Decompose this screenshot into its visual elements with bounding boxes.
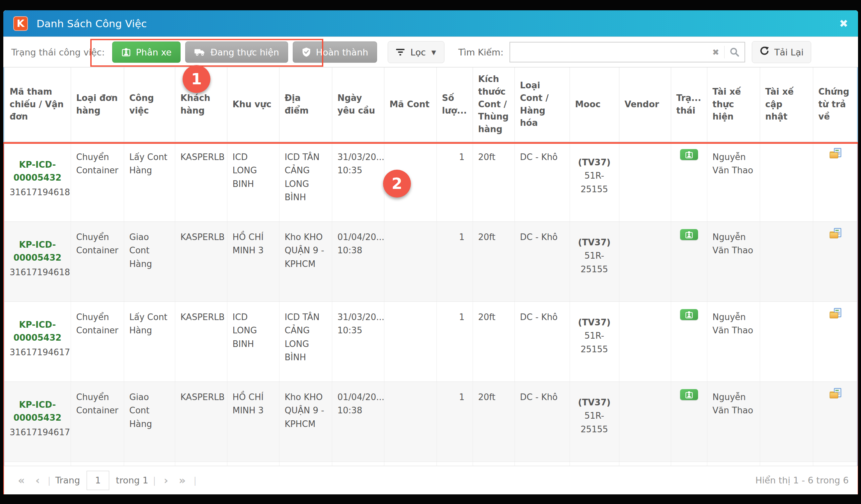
column-header-10[interactable]: Loại Cont / Hàng hóa — [515, 67, 570, 142]
search-input[interactable] — [510, 42, 707, 62]
cell-size: 20ft — [473, 382, 515, 462]
job-ref-link[interactable]: KP-ICD-00005432 — [10, 239, 65, 264]
clear-search-icon[interactable]: ✖ — [707, 47, 724, 57]
cell-date: 31/03/20...10:35 — [332, 302, 384, 382]
job-ref-link[interactable]: KP-ICD-00005432 — [10, 158, 65, 184]
column-header-0[interactable]: Mã tham chiếu / Vận đơn — [4, 67, 71, 142]
page-number-input[interactable] — [87, 471, 109, 490]
search-icon[interactable] — [725, 47, 744, 57]
column-header-6[interactable]: Ngày yêu cầu — [332, 67, 384, 142]
cell-vendor — [619, 302, 671, 382]
cell-driver_upd — [760, 142, 813, 222]
job-ref-link[interactable]: KP-ICD-00005432 — [10, 398, 65, 424]
cell-doc — [813, 382, 858, 462]
cell-date: 01/04/20...10:38 — [332, 382, 384, 462]
search-label: Tìm Kiếm: — [459, 47, 504, 57]
status-assigned-badge[interactable] — [680, 229, 698, 240]
next-page-icon[interactable]: › — [158, 475, 173, 486]
cell-cust: KASPERLB — [175, 142, 227, 222]
status-button-dang-thuc-hien[interactable]: Đang thực hiện — [185, 41, 288, 63]
status-button-label: Phân xe — [136, 47, 172, 57]
toolbar: Trạng thái công việc: Phân xe Đang thực … — [3, 37, 858, 67]
column-header-5[interactable]: Địa điểm — [279, 67, 332, 142]
cell-mooc: (TV37)51R-25155 — [570, 382, 619, 462]
column-header-11[interactable]: Mooc — [570, 67, 619, 142]
cell-driver_upd — [760, 222, 813, 302]
truck-icon — [194, 47, 205, 57]
column-header-13[interactable]: Trạ... thái — [671, 67, 707, 142]
cell-driver_upd — [760, 382, 813, 462]
page-label: Trang — [53, 475, 82, 486]
app-logo-letter: K — [17, 17, 24, 29]
column-header-4[interactable]: Khu vực — [227, 67, 279, 142]
cell-cont — [384, 222, 436, 302]
column-header-16[interactable]: Chứng từ trả về — [813, 67, 858, 142]
document-return-icon[interactable] — [829, 388, 843, 400]
document-return-icon[interactable] — [829, 148, 843, 160]
cell-date: 01/04/20...10:38 — [332, 222, 384, 302]
close-icon[interactable]: ✖ — [839, 18, 848, 29]
cell-loc: Kho KHO QUẬN 9 - KPHCM — [279, 382, 332, 462]
column-header-9[interactable]: Kích thước Cont / Thùng hàng — [473, 67, 515, 142]
cell-ref: KP-ICD-0000543231617194618 — [4, 142, 71, 222]
cell-type: DC - Khô — [515, 382, 570, 462]
cell-order: Chuyển Container — [71, 222, 124, 302]
column-header-2[interactable]: Công việc — [124, 67, 175, 142]
cell-status — [671, 222, 707, 302]
search-box: ✖ — [509, 42, 745, 63]
prev-page-icon[interactable]: ‹ — [30, 475, 45, 486]
cell-qty: 1 — [436, 302, 473, 382]
filter-icon — [396, 49, 405, 55]
status-assigned-badge[interactable] — [680, 309, 698, 320]
last-page-icon[interactable]: » — [174, 475, 191, 486]
column-header-15[interactable]: Tài xế cập nhật — [760, 67, 813, 142]
reload-button[interactable]: Tải Lại — [752, 41, 811, 63]
status-assigned-badge[interactable] — [680, 389, 698, 400]
column-header-8[interactable]: Số lượ... — [436, 67, 473, 142]
pagination-divider: | — [45, 475, 53, 486]
cell-type: DC - Khô — [515, 142, 570, 222]
cell-cust: KASPERLB — [175, 222, 227, 302]
cell-order: Chuyển Container — [71, 302, 124, 382]
table-row: KP-ICD-0000543231617194617Chuyển Contain… — [4, 302, 858, 382]
cell-qty: 1 — [436, 382, 473, 462]
display-range-info: Hiển thị 1 - 6 trong 6 — [755, 475, 849, 486]
filter-button[interactable]: Lọc ▼ — [388, 41, 444, 63]
status-assigned-badge[interactable] — [680, 149, 698, 160]
column-header-14[interactable]: Tài xế thực hiện — [707, 67, 760, 142]
cell-loc: ICD TÂN CẢNG LONG BÌNH — [279, 142, 332, 222]
document-return-icon[interactable] — [829, 308, 843, 320]
document-return-icon[interactable] — [829, 228, 843, 240]
cell-mooc: (TV37)51R-25155 — [570, 302, 619, 382]
status-button-group: Phân xe Đang thực hiện Hoàn thành — [112, 41, 378, 63]
pagination-bar: « ‹ | Trang trong 1 | › » | Hiển thị 1 -… — [3, 466, 858, 494]
shield-check-icon — [302, 47, 311, 57]
status-button-label: Đang thực hiện — [210, 47, 279, 57]
ref-sub-number: 31617194617 — [10, 346, 65, 359]
cell-cont — [384, 382, 436, 462]
cell-driver: Nguyễn Văn Thao — [707, 382, 760, 462]
column-header-3[interactable]: Khách hàng — [175, 67, 227, 142]
status-button-label: Hoàn thành — [316, 47, 368, 57]
cell-cust: KASPERLB — [175, 382, 227, 462]
cell-doc — [813, 222, 858, 302]
cell-status — [671, 382, 707, 462]
status-button-phan-xe[interactable]: Phân xe — [112, 41, 180, 63]
column-header-1[interactable]: Loại đơn hàng — [71, 67, 124, 142]
cell-vendor — [619, 382, 671, 462]
modal-title-bar: K Danh Sách Công Việc ✖ — [3, 10, 858, 37]
cell-ref: KP-ICD-0000543231617194617 — [4, 382, 71, 462]
column-header-7[interactable]: Mã Cont — [384, 67, 436, 142]
ref-sub-number: 31617194618 — [10, 265, 65, 279]
cell-type: DC - Khô — [515, 302, 570, 382]
cell-job: Giao Cont Hàng — [124, 382, 175, 462]
first-page-icon[interactable]: « — [13, 475, 30, 486]
cell-vendor — [619, 142, 671, 222]
job-list-modal: K Danh Sách Công Việc ✖ Trạng thái công … — [3, 10, 858, 494]
column-header-12[interactable]: Vendor — [619, 67, 671, 142]
status-button-hoan-thanh[interactable]: Hoàn thành — [293, 41, 378, 63]
job-ref-link[interactable]: KP-ICD-00005432 — [10, 318, 65, 344]
table-row: KP-ICD-0000543231617194618Chuyển Contain… — [4, 222, 858, 302]
pagination-divider: | — [150, 475, 159, 486]
job-table: Mã tham chiếu / Vận đơnLoại đơn hàngCông… — [3, 67, 858, 494]
